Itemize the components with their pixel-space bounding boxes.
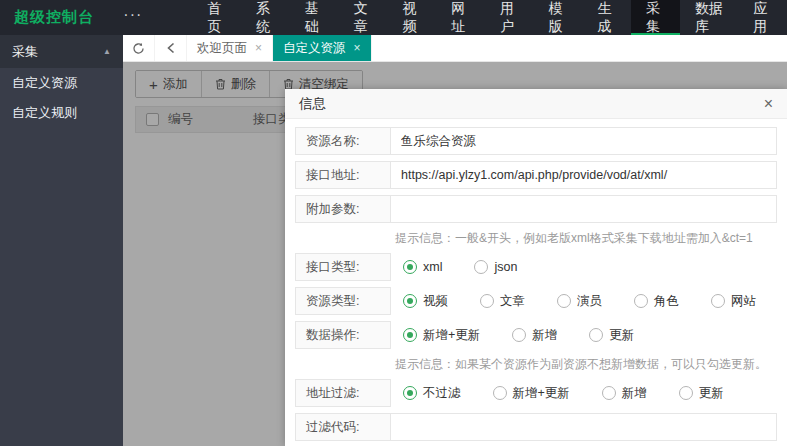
- tab-close-icon[interactable]: ×: [354, 41, 361, 55]
- radio-icon: [634, 294, 648, 308]
- radio-update[interactable]: 更新: [589, 327, 634, 344]
- radio-icon: [403, 294, 417, 308]
- radio-icon: [679, 386, 693, 400]
- tab-bar: 欢迎页面 × 自定义资源 ×: [123, 35, 787, 62]
- radio-label: 新增: [532, 327, 557, 344]
- content-area: 欢迎页面 × 自定义资源 × + 添加 删除 清空绑定: [123, 35, 787, 446]
- radio-icon: [602, 386, 616, 400]
- address-filter-label: 地址过滤:: [295, 379, 391, 407]
- filter-code-label: 过滤代码:: [295, 413, 391, 441]
- filter-code-row: 过滤代码:: [295, 413, 777, 441]
- radio-label: 视频: [423, 293, 448, 310]
- close-icon[interactable]: ×: [764, 96, 773, 112]
- nav-item-collect[interactable]: 采集: [631, 0, 680, 35]
- api-url-label: 接口地址:: [295, 161, 391, 189]
- resource-type-row: 资源类型: 视频 文章 演员 角色 网站: [295, 287, 777, 315]
- nav-item-home[interactable]: 首页: [192, 0, 241, 35]
- radio-label: 新增+更新: [513, 385, 570, 402]
- resource-name-row: 资源名称:: [295, 127, 777, 155]
- data-operation-options: 新增+更新 新增 更新: [403, 321, 777, 349]
- api-type-label: 接口类型:: [295, 253, 391, 281]
- radio-icon: [403, 328, 417, 342]
- radio-label: 角色: [654, 293, 679, 310]
- sidebar-item-custom-resource[interactable]: 自定义资源: [0, 68, 123, 98]
- radio-filter-add-update[interactable]: 新增+更新: [493, 385, 570, 402]
- radio-icon: [403, 386, 417, 400]
- nav-item-generate[interactable]: 生成: [583, 0, 632, 35]
- resource-info-modal: 信息 × 资源名称: 接口地址: 附加参数: 提示信息：一般&开头，例如老版xm…: [285, 89, 787, 446]
- sidebar-group-collect[interactable]: 采集 ▲: [0, 35, 123, 68]
- radio-label: json: [494, 260, 517, 274]
- radio-icon: [589, 328, 603, 342]
- radio-icon: [512, 328, 526, 342]
- api-type-row: 接口类型: xml json: [295, 253, 777, 281]
- nav-item-article[interactable]: 文章: [339, 0, 388, 35]
- radio-label: 演员: [577, 293, 602, 310]
- tab-custom-resource[interactable]: 自定义资源 ×: [273, 35, 372, 61]
- sidebar-item-custom-rule[interactable]: 自定义规则: [0, 98, 123, 128]
- resource-type-options: 视频 文章 演员 角色 网站: [403, 287, 777, 315]
- radio-add-update[interactable]: 新增+更新: [403, 327, 480, 344]
- back-button[interactable]: [155, 35, 187, 61]
- extra-params-label: 附加参数:: [295, 195, 391, 223]
- radio-icon: [711, 294, 725, 308]
- radio-label: 网站: [731, 293, 756, 310]
- menu-collapse-icon[interactable]: ···: [105, 0, 160, 35]
- page-body: + 添加 删除 清空绑定 编号 接口类型: [123, 62, 787, 446]
- modal-title: 信息: [299, 95, 326, 113]
- address-filter-row: 地址过滤: 不过滤 新增+更新 新增 更新: [295, 379, 777, 407]
- top-navbar: 超级控制台 ··· 首页 系统 基础 文章 视频 网址 用户 模版 生成 采集 …: [0, 0, 787, 35]
- radio-role[interactable]: 角色: [634, 293, 679, 310]
- radio-label: 更新: [609, 327, 634, 344]
- resource-name-input[interactable]: [390, 127, 777, 155]
- radio-xml[interactable]: xml: [403, 260, 442, 274]
- extra-params-row: 附加参数:: [295, 195, 777, 223]
- modal-body: 资源名称: 接口地址: 附加参数: 提示信息：一般&开头，例如老版xml格式采集…: [285, 119, 787, 446]
- api-type-options: xml json: [403, 253, 777, 281]
- operation-hint-text: 提示信息：如果某个资源作为副资源不想新增数据，可以只勾选更新。: [395, 355, 777, 373]
- modal-header: 信息 ×: [285, 89, 787, 119]
- radio-json[interactable]: json: [474, 260, 517, 274]
- nav-item-website[interactable]: 网址: [436, 0, 485, 35]
- radio-filter-add[interactable]: 新增: [602, 385, 647, 402]
- resource-type-label: 资源类型:: [295, 287, 391, 315]
- address-filter-options: 不过滤 新增+更新 新增 更新: [403, 379, 777, 407]
- extra-params-input[interactable]: [390, 195, 777, 223]
- radio-actor[interactable]: 演员: [557, 293, 602, 310]
- data-operation-row: 数据操作: 新增+更新 新增 更新: [295, 321, 777, 349]
- radio-article[interactable]: 文章: [480, 293, 525, 310]
- radio-label: 文章: [500, 293, 525, 310]
- filter-code-input[interactable]: [390, 413, 777, 441]
- api-url-row: 接口地址:: [295, 161, 777, 189]
- radio-label: 不过滤: [423, 385, 461, 402]
- radio-icon: [480, 294, 494, 308]
- radio-video[interactable]: 视频: [403, 293, 448, 310]
- radio-icon: [403, 260, 417, 274]
- tab-label: 欢迎页面: [197, 40, 247, 57]
- radio-icon: [474, 260, 488, 274]
- nav-item-user[interactable]: 用户: [485, 0, 534, 35]
- radio-label: 新增+更新: [423, 327, 480, 344]
- app-title: 超级控制台: [0, 0, 105, 35]
- nav-item-app[interactable]: 应用: [738, 0, 787, 35]
- radio-add[interactable]: 新增: [512, 327, 557, 344]
- radio-icon: [493, 386, 507, 400]
- nav-item-system[interactable]: 系统: [241, 0, 290, 35]
- refresh-button[interactable]: [123, 35, 155, 61]
- api-url-input[interactable]: [390, 161, 777, 189]
- radio-label: 新增: [622, 385, 647, 402]
- radio-no-filter[interactable]: 不过滤: [403, 385, 461, 402]
- radio-site[interactable]: 网站: [711, 293, 756, 310]
- nav-item-database[interactable]: 数据库: [680, 0, 738, 35]
- params-hint-text: 提示信息：一般&开头，例如老版xml格式采集下载地址需加入&ct=1: [395, 229, 777, 247]
- nav-item-video[interactable]: 视频: [387, 0, 436, 35]
- radio-filter-update[interactable]: 更新: [679, 385, 724, 402]
- resource-name-label: 资源名称:: [295, 127, 391, 155]
- nav-item-template[interactable]: 模版: [534, 0, 583, 35]
- tab-welcome[interactable]: 欢迎页面 ×: [187, 35, 273, 61]
- sidebar: 采集 ▲ 自定义资源 自定义规则: [0, 35, 123, 446]
- sidebar-group-label: 采集: [12, 43, 38, 61]
- tab-close-icon[interactable]: ×: [255, 41, 262, 55]
- nav-item-basic[interactable]: 基础: [290, 0, 339, 35]
- refresh-icon: [132, 42, 145, 55]
